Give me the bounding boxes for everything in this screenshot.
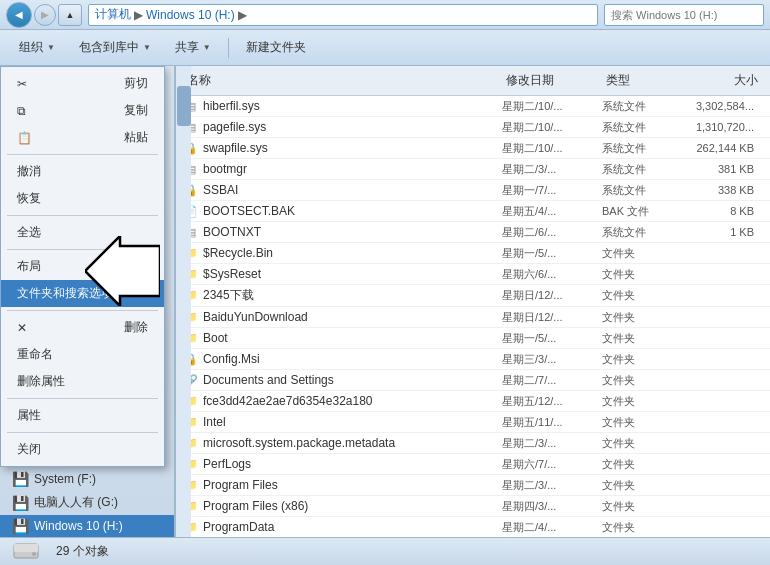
breadcrumb-sep: ▶	[134, 8, 143, 22]
menu-sep-6	[7, 432, 158, 433]
table-row[interactable]: 🔒swapfile.sys 星期二/10/... 系统文件 262,144 KB	[175, 138, 770, 159]
file-name: 📁2345下载	[183, 287, 502, 304]
organize-button[interactable]: 组织 ▼	[8, 34, 66, 62]
file-type: BAK 文件	[602, 204, 672, 219]
table-row[interactable]: ▤hiberfil.sys 星期二/10/... 系统文件 3,302,584.…	[175, 96, 770, 117]
status-count: 29 个对象	[56, 543, 109, 560]
table-row[interactable]: ▤BOOTNXT 星期二/6/... 系统文件 1 KB	[175, 222, 770, 243]
forward-button[interactable]: ▶	[34, 4, 56, 26]
file-type: 文件夹	[602, 331, 672, 346]
organize-label: 组织	[19, 39, 43, 56]
nav-windows10[interactable]: 💾 Windows 10 (H:)	[0, 515, 174, 537]
breadcrumb-computer[interactable]: 计算机	[95, 6, 131, 23]
back-button[interactable]: ◀	[6, 2, 32, 28]
main-area: ✂ 剪切 ⧉ 复制 📋 粘贴 撤消 恢复 全选	[0, 66, 770, 537]
table-row[interactable]: 🔗Documents and Settings 星期二/7/... 文件夹	[175, 370, 770, 391]
menu-delete[interactable]: ✕ 删除	[1, 314, 164, 341]
menu-remove-props[interactable]: 删除属性	[1, 368, 164, 395]
file-name: 📁microsoft.system.package.metadata	[183, 435, 502, 451]
table-row[interactable]: 📁BaiduYunDownload 星期日/12/... 文件夹	[175, 307, 770, 328]
file-date: 星期六/6/...	[502, 267, 602, 282]
header-size[interactable]: 大小	[672, 70, 762, 91]
file-size: 3,302,584...	[672, 100, 762, 112]
table-row[interactable]: ▤pagefile.sys 星期二/10/... 系统文件 1,310,720.…	[175, 117, 770, 138]
file-date: 星期日/12/...	[502, 288, 602, 303]
file-name: 🔒SSBAI	[183, 182, 502, 198]
file-list: ▤hiberfil.sys 星期二/10/... 系统文件 3,302,584.…	[175, 96, 770, 537]
include-library-button[interactable]: 包含到库中 ▼	[68, 34, 162, 62]
file-name: 📁fce3dd42ae2ae7d6354e32a180	[183, 393, 502, 409]
status-drive-icon	[12, 540, 40, 563]
include-library-arrow: ▼	[143, 43, 151, 52]
file-date: 星期二/10/...	[502, 99, 602, 114]
share-button[interactable]: 共享 ▼	[164, 34, 222, 62]
table-row[interactable]: 📁Boot 星期一/5/... 文件夹	[175, 328, 770, 349]
file-type: 文件夹	[602, 288, 672, 303]
file-date: 星期二/10/...	[502, 141, 602, 156]
table-row[interactable]: 📁Program Files 星期二/3/... 文件夹	[175, 475, 770, 496]
file-name: ▤bootmgr	[183, 161, 502, 177]
menu-close[interactable]: 关闭	[1, 436, 164, 463]
file-type: 系统文件	[602, 225, 672, 240]
table-row[interactable]: 📁$SysReset 星期六/6/... 文件夹	[175, 264, 770, 285]
menu-copy[interactable]: ⧉ 复制	[1, 97, 164, 124]
header-type[interactable]: 类型	[602, 70, 672, 91]
table-row[interactable]: 📁Intel 星期五/11/... 文件夹	[175, 412, 770, 433]
table-row[interactable]: 📁$Recycle.Bin 星期一/5/... 文件夹	[175, 243, 770, 264]
file-type: 系统文件	[602, 183, 672, 198]
breadcrumb-drive[interactable]: Windows 10 (H:)	[146, 8, 235, 22]
file-name: 📁$Recycle.Bin	[183, 245, 502, 261]
file-date: 星期四/3/...	[502, 499, 602, 514]
header-date[interactable]: 修改日期	[502, 70, 602, 91]
menu-paste[interactable]: 📋 粘贴	[1, 124, 164, 151]
up-button[interactable]: ▲	[58, 4, 82, 26]
table-row[interactable]: 📁ProgramData 星期二/4/... 文件夹	[175, 517, 770, 537]
table-row[interactable]: 📁PerfLogs 星期六/7/... 文件夹	[175, 454, 770, 475]
menu-properties[interactable]: 属性	[1, 402, 164, 429]
table-row[interactable]: 📁fce3dd42ae2ae7d6354e32a180 星期五/12/... 文…	[175, 391, 770, 412]
table-row[interactable]: 📄BOOTSECT.BAK 星期五/4/... BAK 文件 8 KB	[175, 201, 770, 222]
table-row[interactable]: 📁2345下载 星期日/12/... 文件夹	[175, 285, 770, 307]
toolbar-separator	[228, 38, 229, 58]
header-name[interactable]: 名称	[183, 70, 502, 91]
file-date: 星期二/3/...	[502, 162, 602, 177]
breadcrumb[interactable]: 计算机 ▶ Windows 10 (H:) ▶	[88, 4, 598, 26]
menu-undo[interactable]: 撤消	[1, 158, 164, 185]
file-type: 文件夹	[602, 478, 672, 493]
file-type: 文件夹	[602, 436, 672, 451]
menu-cut[interactable]: ✂ 剪切	[1, 70, 164, 97]
drive-icon-g: 💾	[12, 497, 28, 509]
title-bar: ◀ ▶ ▲ 计算机 ▶ Windows 10 (H:) ▶	[0, 0, 770, 30]
file-name: 🔗Documents and Settings	[183, 372, 502, 388]
organize-arrow: ▼	[47, 43, 55, 52]
file-date: 星期二/6/...	[502, 225, 602, 240]
sub-arrow-icon: ▶	[140, 261, 148, 272]
file-type: 文件夹	[602, 520, 672, 535]
table-row[interactable]: 🔒SSBAI 星期一/7/... 系统文件 338 KB	[175, 180, 770, 201]
menu-redo[interactable]: 恢复	[1, 185, 164, 212]
file-type: 文件夹	[602, 246, 672, 261]
table-row[interactable]: 📁microsoft.system.package.metadata 星期二/3…	[175, 433, 770, 454]
file-name: ▤hiberfil.sys	[183, 98, 502, 114]
menu-layout[interactable]: 布局 ▶	[1, 253, 164, 280]
nav-grr[interactable]: 💾 电脑人人有 (G:)	[0, 490, 174, 515]
menu-rename[interactable]: 重命名	[1, 341, 164, 368]
table-row[interactable]: ▤bootmgr 星期二/3/... 系统文件 381 KB	[175, 159, 770, 180]
toolbar: 组织 ▼ 包含到库中 ▼ 共享 ▼ 新建文件夹	[0, 30, 770, 66]
file-date: 星期五/11/...	[502, 415, 602, 430]
nav-buttons: ◀ ▶ ▲	[6, 2, 82, 28]
right-panel: 名称 修改日期 类型 大小 ▤hiberfil.sys 星期二/10/... 系…	[175, 66, 770, 537]
table-row[interactable]: 🔒Config.Msi 星期三/3/... 文件夹	[175, 349, 770, 370]
menu-folder-options[interactable]: 文件夹和搜索选项	[1, 280, 164, 307]
file-size: 381 KB	[672, 163, 762, 175]
file-date: 星期一/5/...	[502, 246, 602, 261]
file-type: 文件夹	[602, 457, 672, 472]
new-folder-button[interactable]: 新建文件夹	[235, 34, 317, 62]
file-name: 📁Boot	[183, 330, 502, 346]
file-date: 星期五/12/...	[502, 394, 602, 409]
search-input[interactable]	[604, 4, 764, 26]
table-row[interactable]: 📁Program Files (x86) 星期四/3/... 文件夹	[175, 496, 770, 517]
nav-system-f[interactable]: 💾 System (F:)	[0, 468, 174, 490]
menu-select-all[interactable]: 全选	[1, 219, 164, 246]
svg-rect-2	[14, 544, 38, 552]
